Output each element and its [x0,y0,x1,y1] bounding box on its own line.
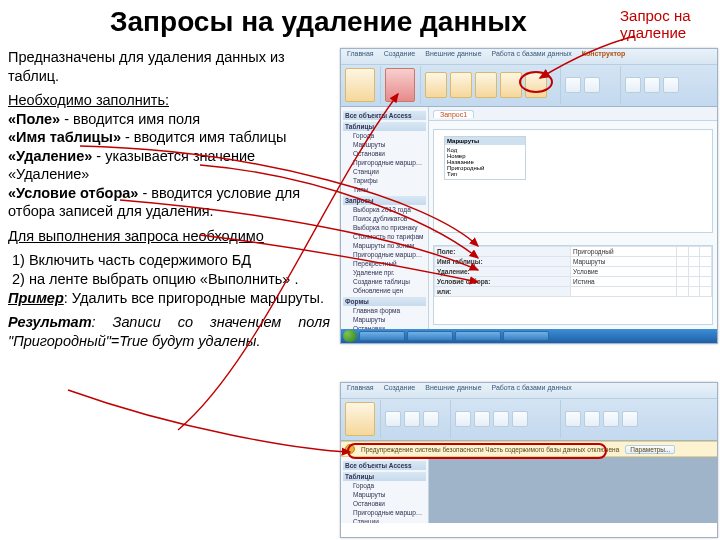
start-button[interactable] [343,330,357,342]
grid-cell[interactable] [571,287,677,297]
nav-item[interactable]: Удаление прг. [343,268,426,277]
clipboard-button[interactable] [404,411,420,427]
ribbon-small-button[interactable] [622,411,638,427]
run-button[interactable] [385,68,415,102]
nav-item[interactable]: Типы [343,185,426,194]
nav-item[interactable]: Тарифы [343,176,426,185]
ribbon-tab[interactable]: Главная [347,50,374,63]
ribbon-tab[interactable]: Создание [384,384,416,397]
grid-row-label: Удаление: [435,267,571,277]
taskbar-item[interactable] [503,331,549,341]
ribbon-tab[interactable]: Создание [384,50,416,63]
ribbon-small-button[interactable] [584,411,600,427]
clipboard-button[interactable] [385,411,401,427]
ribbon-small-button[interactable] [603,411,619,427]
navigation-pane[interactable]: Все объекты Access Таблицы Города Маршру… [341,107,429,329]
nav-item[interactable]: Главная форма [343,306,426,315]
nav-item[interactable]: Перекрестный [343,259,426,268]
view-button[interactable] [345,402,375,436]
taskbar-item[interactable] [359,331,405,341]
nav-item[interactable]: Пригородные маршруты [343,250,426,259]
ribbon-tab[interactable]: Работа с базами данных [492,384,572,397]
grid-row-label: Условие отбора: [435,277,571,287]
warning-options-button[interactable]: Параметры... [625,445,675,454]
screenshot-access-security: Главная Создание Внешние данные Работа с… [340,382,718,538]
navigation-pane[interactable]: Все объекты Access Таблицы Города Маршру… [341,457,429,523]
ribbon-tab[interactable]: Работа с базами данных [492,50,572,63]
callout-delete-label: Запрос на удаление [620,8,710,41]
fieldlist-row[interactable]: Тип [447,171,523,177]
result-label: Результат [8,314,92,330]
nav-item[interactable]: Города [343,481,426,490]
ribbon-tab[interactable]: Главная [347,384,374,397]
query-type-button[interactable] [475,72,497,98]
windows-taskbar [341,329,717,343]
view-button[interactable] [345,68,375,102]
nav-item[interactable]: Пригородные маршруты [343,508,426,517]
nav-item[interactable]: Выборка по признаку [343,223,426,232]
nav-item[interactable]: Маршруты по зонам [343,241,426,250]
ribbon-small-button[interactable] [584,77,600,93]
table-fieldlist[interactable]: Маршруты Код Номер Название Пригородный … [444,136,526,180]
grid-row-label: или: [435,287,571,297]
warning-text: Предупреждение системы безопасности Част… [361,446,619,453]
slide: Запросы на удаление данных Запрос на уда… [0,0,720,540]
ribbon-tabs: Главная Создание Внешние данные Работа с… [341,383,717,399]
nav-item[interactable]: Остановки [343,149,426,158]
ribbon-small-button[interactable] [663,77,679,93]
nav-item[interactable]: Маршруты [343,315,426,324]
nav-item[interactable]: Создание таблицы [343,277,426,286]
nav-item[interactable]: Пригородные маршруты [343,158,426,167]
text-column: Предназначены для удаления данных из таб… [8,48,330,356]
font-button[interactable] [512,411,528,427]
query-type-button[interactable] [425,72,447,98]
nav-group-tables: Таблицы [343,472,426,481]
nav-item[interactable]: Стоимость по тарифам [343,232,426,241]
grid-cell[interactable]: Истина [571,277,677,287]
fieldlist-title: Маршруты [445,137,525,145]
ribbon-tab[interactable]: Внешние данные [425,50,481,63]
font-button[interactable] [474,411,490,427]
empty-work-area [429,457,717,523]
doc-tabbar: Запрос1 [429,107,717,121]
field-list-pane: Маршруты Код Номер Название Пригородный … [433,129,713,233]
query-type-button[interactable] [500,72,522,98]
ribbon: Главная Создание Внешние данные Работа с… [341,383,717,441]
nav-item[interactable]: Маршруты [343,140,426,149]
app-body: Все объекты Access Таблицы Города Маршру… [341,457,717,523]
ribbon-small-button[interactable] [565,77,581,93]
grid-cell[interactable]: Условие [571,267,677,277]
nav-item[interactable]: Остановки [343,499,426,508]
clipboard-button[interactable] [423,411,439,427]
steps-list: 1) Включить часть содержимого БД 2) на л… [12,251,330,288]
ribbon-small-button[interactable] [625,77,641,93]
delete-label: «Удаление» [8,148,92,164]
nav-header: Все объекты Access [343,111,426,120]
nav-item[interactable]: Станции [343,167,426,176]
grid-cell[interactable]: Пригородный [571,247,677,257]
exec-header: Для выполнения запроса необходимо [8,228,264,244]
nav-item[interactable]: Обновление цен [343,286,426,295]
design-grid[interactable]: Поле:Пригородный Имя таблицы:Маршруты Уд… [433,245,713,325]
query-type-button[interactable] [450,72,472,98]
ribbon-tab[interactable]: Внешние данные [425,384,481,397]
query-design-area: Запрос1 Маршруты Код Номер Название Приг… [429,107,717,329]
nav-item[interactable]: Выборка 2013 года [343,205,426,214]
doc-tab[interactable]: Запрос1 [433,110,474,118]
font-button[interactable] [455,411,471,427]
font-button[interactable] [493,411,509,427]
nav-item[interactable]: Маршруты [343,490,426,499]
grid-cell[interactable]: Маршруты [571,257,677,267]
taskbar-item[interactable] [407,331,453,341]
ribbon-small-button[interactable] [644,77,660,93]
grid-row-label: Поле: [435,247,571,257]
nav-item[interactable]: Поиск дубликатов [343,214,426,223]
taskbar-item[interactable] [455,331,501,341]
ribbon-small-button[interactable] [565,411,581,427]
intro-text: Предназначены для удаления данных из таб… [8,48,330,85]
ribbon-tab[interactable]: Конструктор [582,50,626,63]
ribbon: Главная Создание Внешние данные Работа с… [341,49,717,107]
nav-item[interactable]: Города [343,131,426,140]
nav-item[interactable]: Станции [343,517,426,523]
delete-query-button[interactable] [525,72,547,98]
